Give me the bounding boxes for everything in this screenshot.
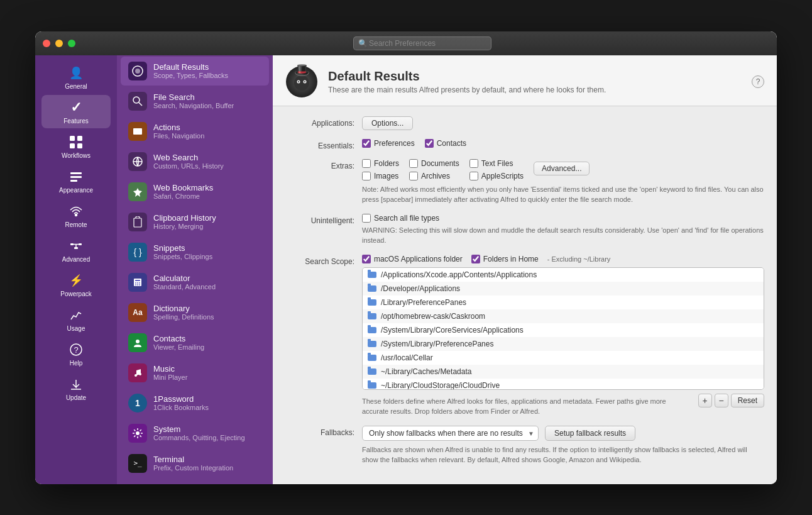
remove-scope-button[interactable]: − [715, 394, 728, 407]
secondary-item-contacts[interactable]: Contacts Viewer, Emailing [121, 328, 269, 357]
search-input[interactable] [353, 36, 491, 50]
sidebar-item-usage[interactable]: Usage [41, 302, 111, 336]
applications-label: Applications: [285, 116, 354, 128]
documents-checkbox-item[interactable]: Documents [409, 159, 459, 168]
options-button[interactable]: Options... [362, 116, 413, 130]
folders-in-home-checkbox-item[interactable]: Folders in Home [471, 255, 539, 263]
secondary-item-music[interactable]: Music Mini Player [121, 358, 269, 387]
secondary-item-dictionary[interactable]: Aa Dictionary Spelling, Definitions [121, 298, 269, 327]
documents-checkbox[interactable] [409, 159, 418, 168]
folder-icon [368, 327, 376, 333]
secondary-item-terminal[interactable]: >_ Terminal Prefix, Custom Integration [121, 449, 269, 478]
sidebar-label-advanced: Advanced [62, 256, 90, 263]
sidebar-label-powerpack: Powerpack [60, 291, 91, 297]
secondary-item-subtitle-1password: 1Click Bookmarks [153, 404, 261, 411]
scope-list-item[interactable]: /Developer/Applications [363, 282, 764, 296]
scope-list-item[interactable]: /System/Library/PreferencePanes [363, 337, 764, 351]
search-all-checkbox-item[interactable]: Search all file types [362, 214, 764, 223]
panel-title: Default Results [328, 69, 752, 84]
snippets-icon: { } [128, 243, 147, 262]
preferences-checkbox[interactable] [362, 139, 371, 148]
add-scope-button[interactable]: + [698, 394, 712, 407]
svg-rect-8 [70, 243, 74, 245]
scope-list-item[interactable]: /Applications/Xcode.app/Contents/Applica… [363, 268, 764, 282]
scope-list-item[interactable]: /System/Library/CoreServices/Application… [363, 323, 764, 337]
applescripts-checkbox[interactable] [469, 172, 478, 180]
sidebar-item-advanced[interactable]: Advanced [41, 233, 111, 267]
advanced-button[interactable]: Advanced... [534, 162, 590, 175]
secondary-item-web-bookmarks[interactable]: Web Bookmarks Safari, Chrome [121, 177, 269, 206]
scope-list-item[interactable]: ~/Library/CloudStorage/iCloudDrive [363, 379, 764, 390]
folders-checkbox[interactable] [362, 159, 371, 168]
secondary-item-calculator[interactable]: Calculator Standard, Advanced [121, 268, 269, 297]
panel-icon: 🎩 [285, 65, 318, 98]
sidebar-item-help[interactable]: ? Help [41, 337, 111, 370]
secondary-item-clipboard-history[interactable]: Clipboard History History, Merging [121, 208, 269, 236]
scope-list-item[interactable]: /opt/homebrew-cask/Caskroom [363, 309, 764, 323]
secondary-item-title-1password: 1Password [153, 394, 261, 404]
secondary-item-web-search[interactable]: Web Search Custom, URLs, History [121, 147, 269, 176]
text-files-checkbox-item[interactable]: Text Files [469, 159, 524, 168]
folder-icon [368, 355, 376, 361]
web-search-icon [128, 152, 147, 171]
secondary-item-file-search[interactable]: File Search Search, Navigation, Buffer [121, 87, 269, 116]
dictionary-icon: Aa [128, 303, 147, 322]
secondary-item-system[interactable]: System Commands, Quitting, Ejecting [121, 419, 269, 448]
folder-icon [368, 382, 376, 389]
svg-rect-6 [70, 180, 77, 182]
scope-list-item[interactable]: /Library/PreferencePanes [363, 296, 764, 309]
text-files-checkbox[interactable] [469, 159, 478, 168]
text-files-label: Text Files [481, 159, 513, 168]
fallback-select[interactable]: Only show fallbacks when there are no re… [362, 426, 539, 441]
macos-apps-checkbox[interactable] [362, 255, 371, 263]
minimize-button[interactable] [55, 40, 63, 47]
preferences-checkbox-item[interactable]: Preferences [362, 139, 415, 148]
svg-point-35 [139, 373, 141, 375]
setup-fallback-button[interactable]: Setup fallback results [545, 426, 635, 441]
images-checkbox[interactable] [362, 172, 371, 180]
scope-list-item[interactable]: ~/Library/Caches/Metadata [363, 365, 764, 379]
secondary-item-default-results[interactable]: Default Results Scope, Types, Fallbacks [121, 57, 269, 86]
appearance-icon [67, 168, 85, 186]
archives-checkbox-item[interactable]: Archives [409, 172, 459, 180]
contacts-checkbox[interactable] [425, 139, 434, 148]
sidebar-item-general[interactable]: 👤 General [41, 60, 111, 94]
sidebar-item-powerpack[interactable]: ⚡ Powerpack [41, 268, 111, 301]
secondary-item-1password[interactable]: 1 1Password 1Click Bookmarks [121, 389, 269, 418]
contacts-checkbox-item[interactable]: Contacts [425, 139, 466, 148]
svg-rect-4 [70, 172, 82, 174]
features-icon: ✓ [67, 99, 85, 116]
sidebar-item-update[interactable]: Update [41, 372, 111, 405]
secondary-item-title-snippets: Snippets [153, 243, 261, 253]
reset-scope-button[interactable]: Reset [731, 394, 764, 407]
scope-list: /Applications/Xcode.app/Contents/Applica… [362, 267, 764, 390]
images-checkbox-item[interactable]: Images [362, 172, 399, 180]
close-button[interactable] [43, 40, 50, 47]
clipboard-icon [128, 213, 147, 231]
secondary-item-large-type[interactable]: L Large Type Display, Font [121, 479, 269, 484]
folders-in-home-checkbox[interactable] [471, 255, 480, 263]
sidebar-item-appearance[interactable]: Appearance [41, 164, 111, 197]
secondary-item-actions[interactable]: Actions Files, Navigation [121, 117, 269, 146]
search-all-checkbox[interactable] [362, 214, 371, 223]
sidebar-item-remote[interactable]: Remote [41, 199, 111, 232]
update-icon [67, 375, 85, 393]
1password-icon: 1 [128, 394, 147, 413]
secondary-item-title-system: System [153, 424, 261, 434]
scope-list-item[interactable]: /usr/local/Cellar [363, 351, 764, 365]
sidebar-item-workflows[interactable]: Workflows [41, 130, 111, 163]
archives-checkbox[interactable] [409, 172, 418, 180]
folders-checkbox-item[interactable]: Folders [362, 159, 399, 168]
help-button[interactable]: ? [752, 75, 764, 88]
secondary-item-snippets[interactable]: { } Snippets Snippets, Clippings [121, 238, 269, 267]
applications-row: Applications: Options... [285, 116, 764, 130]
secondary-item-title-file-search: File Search [153, 92, 261, 102]
workflows-icon [67, 133, 85, 151]
maximize-button[interactable] [68, 40, 75, 47]
applescripts-checkbox-item[interactable]: AppleScripts [469, 172, 524, 180]
fallback-note: Fallbacks are shown when Alfred is unabl… [362, 445, 764, 465]
macos-apps-checkbox-item[interactable]: macOS Applications folder [362, 255, 463, 263]
alfred-hat-icon: 🎩 [294, 62, 310, 77]
sidebar-item-features[interactable]: ✓ Features [41, 95, 111, 128]
titlebar-search: 🔍 [75, 36, 769, 50]
